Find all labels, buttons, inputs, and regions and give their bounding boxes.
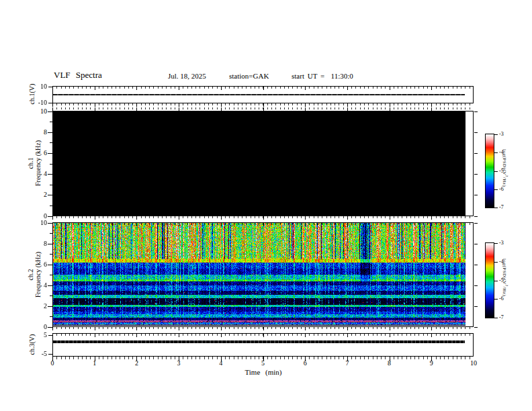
colorbar2-tick — [494, 281, 498, 281]
colorbar1-tick — [494, 152, 498, 153]
time-tick-label: 6 — [296, 360, 314, 367]
ch2-freq-tick-label: 8 — [32, 240, 47, 247]
colorbar1-tick — [494, 134, 498, 135]
ch1-freq-minor-tick — [50, 205, 52, 206]
ch1-freq-tick-label: 10 — [32, 108, 47, 115]
ch2-freq-tick — [48, 327, 52, 328]
ch3v-tick — [48, 354, 52, 355]
ch1-freq-minor-tick — [50, 142, 52, 143]
ch2-spectrogram-image — [53, 223, 466, 326]
ch3v-tick-label-bottom: -5 — [32, 351, 47, 357]
ch3v-tick — [48, 335, 52, 336]
ch1-freq-tick — [48, 174, 52, 175]
x-major-ticks — [52, 87, 474, 90]
ch1-freq-minor-tick — [50, 122, 52, 122]
ch1-freq-tick-right — [474, 153, 478, 154]
colorbar-ch1 — [485, 134, 494, 208]
ch1-spectrogram-axis-label: ch.1 Frequency (kHz) — [27, 109, 42, 217]
time-tick-label: 0 — [44, 360, 61, 367]
ch1-freq-tick-right — [474, 111, 478, 112]
ch1-freq-tick-label: 2 — [32, 191, 47, 198]
ch2-freq-tick-right — [474, 327, 478, 328]
time-tick-label: 1 — [86, 360, 103, 367]
vlf-spectra-figure: VLF Spectra Jul. 18, 2025 station=GAK st… — [0, 0, 532, 411]
ch2-freq-tick — [48, 244, 52, 244]
ch2-freq-tick-label: 10 — [32, 220, 47, 226]
ch2-freq-tick — [48, 306, 52, 307]
header-station: station=GAK — [229, 72, 269, 80]
ch1-axis-label-line2: Frequency (kHz) — [34, 109, 42, 217]
ch2-freq-minor-tick — [50, 316, 52, 317]
colorbar-ch2 — [485, 242, 494, 318]
panel-ch1-spectrogram — [52, 111, 474, 216]
ch1-freq-tick-label: 4 — [32, 171, 47, 177]
ch2-freq-minor-tick — [50, 275, 52, 275]
colorbar1-tick-label: -7 — [499, 205, 504, 210]
ch1v-tick — [48, 87, 52, 87]
time-tick-label: 9 — [423, 360, 440, 367]
ch2-axis-label-line2: Frequency (kHz) — [34, 221, 42, 328]
ch1-freq-tick-label: 8 — [32, 129, 47, 136]
colorbar2-tick-label: -5 — [499, 278, 504, 283]
ch1-freq-tick-right — [474, 132, 478, 133]
ch2-freq-minor-tick — [50, 233, 52, 234]
x-major-ticks — [52, 334, 474, 337]
x-major-ticks — [52, 103, 474, 107]
colorbar1-tick-label: -6 — [499, 187, 504, 192]
ch1-freq-tick — [48, 132, 52, 133]
ch3-voltage-axis-label: ch.3(V) — [28, 324, 36, 365]
colorbar2-tick-label: -4 — [499, 259, 504, 265]
ch2-freq-tick-right — [474, 244, 478, 244]
header-start-ut: start UT = 11:30:0 — [292, 72, 353, 80]
ch1-freq-tick-label: 0 — [32, 213, 47, 220]
ch2-freq-tick-label: 4 — [32, 282, 47, 289]
ch2-freq-tick-right — [474, 265, 478, 265]
time-tick-label: 3 — [170, 360, 187, 367]
ch1-freq-tick-label: 6 — [32, 150, 47, 156]
ch2-axis-label-line1: ch.2 — [27, 221, 34, 328]
ch3v-tick-label-top: 5 — [32, 332, 47, 338]
colorbar2-tick — [494, 243, 498, 244]
time-tick-label: 10 — [465, 360, 482, 367]
ch2-freq-tick-label: 6 — [32, 261, 47, 268]
ch1-freq-tick — [48, 195, 52, 195]
time-tick-label: 2 — [128, 360, 145, 367]
panel-ch2-spectrogram — [52, 222, 474, 327]
x-major-ticks — [52, 216, 474, 220]
colorbar2-tick — [494, 299, 498, 300]
colorbar2-tick-label: -3 — [499, 240, 504, 246]
ch2-freq-tick-right — [474, 306, 478, 307]
colorbar2-tick-label: -6 — [499, 296, 504, 302]
ch1-axis-label-line1: ch.1 — [27, 109, 34, 217]
ch2-freq-tick-label: 0 — [32, 324, 47, 330]
colorbar2-tick-label: -7 — [499, 315, 504, 320]
x-major-ticks — [52, 223, 474, 226]
ch2-freq-minor-tick — [50, 254, 52, 255]
colorbar1-tick — [494, 208, 498, 208]
time-axis-label: Time (min) — [210, 368, 317, 376]
ch1v-tick-label-bottom: -10 — [32, 99, 47, 106]
ch1-freq-tick-right — [474, 174, 478, 175]
ch2-freq-tick — [48, 285, 52, 286]
time-tick-label: 8 — [381, 360, 398, 367]
ch1-voltage-trace — [53, 94, 465, 95]
ch1v-tick-label-top: 10 — [32, 83, 47, 90]
ch1-freq-tick-right — [474, 195, 478, 195]
ch1v-tick — [48, 103, 52, 103]
colorbar2-tick — [494, 262, 498, 263]
ch2-spectrogram-axis-label: ch.2 Frequency (kHz) — [27, 221, 42, 328]
ch1-freq-tick-right — [474, 216, 478, 217]
figure-title: VLF Spectra — [54, 70, 102, 81]
colorbar-label-post: /Hz) — [502, 287, 507, 296]
ch1-freq-tick — [48, 216, 52, 217]
ch2-freq-tick-right — [474, 285, 478, 286]
header-date: Jul. 18, 2025 — [168, 72, 206, 80]
ch2-freq-minor-tick — [50, 295, 52, 296]
ch2-freq-tick — [48, 223, 52, 224]
colorbar1-tick-label: -4 — [499, 150, 504, 155]
colorbar2-tick — [494, 318, 498, 318]
ch3-voltage-trace — [53, 340, 465, 343]
ch1-freq-minor-tick — [50, 164, 52, 165]
colorbar1-tick-label: -3 — [499, 132, 504, 137]
colorbar1-tick — [494, 189, 498, 190]
